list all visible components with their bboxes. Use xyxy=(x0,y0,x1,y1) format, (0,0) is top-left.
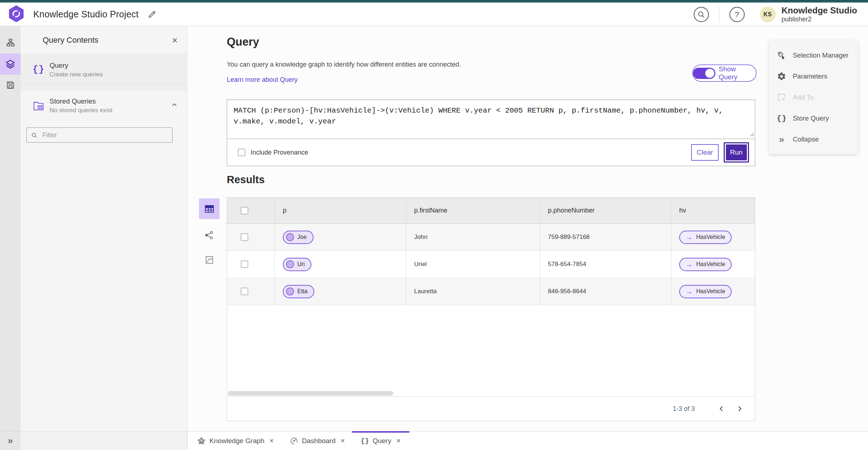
column-header-phonenumber[interactable]: p.phoneNumber xyxy=(548,207,595,214)
view-chart-button[interactable] xyxy=(199,249,220,270)
rail-expand-button[interactable]: » xyxy=(0,432,21,450)
filter-input[interactable] xyxy=(42,131,168,139)
menu-item-collapse[interactable]: » Collapse xyxy=(769,129,858,150)
arrow-right-icon: → xyxy=(686,234,693,241)
chevrons-right-icon: » xyxy=(8,437,13,445)
edge-pill[interactable]: → HasVehicle xyxy=(679,285,732,298)
panel-item-stored-queries[interactable]: Stored Queries No stored queries exist xyxy=(21,91,187,121)
header-actions: ? KS Knowledge Studio publisher2 xyxy=(694,6,857,23)
dashboard-gauge-icon xyxy=(290,437,298,445)
chart-icon xyxy=(205,255,214,265)
node-pill[interactable]: Etta xyxy=(283,285,314,298)
menu-item-store-query[interactable]: { } Store Query xyxy=(769,108,858,129)
arrow-right-icon: → xyxy=(686,288,693,295)
view-table-button[interactable] xyxy=(199,198,220,219)
page-title: Query xyxy=(227,35,259,49)
query-text: MATCH (p:Person)-[hv:HasVehicle]->(v:Veh… xyxy=(234,105,741,127)
view-tabs: Knowledge Graph × Dashboard × { } Query … xyxy=(189,432,409,450)
run-button[interactable]: Run xyxy=(724,142,749,163)
resize-handle[interactable] xyxy=(749,131,754,138)
include-provenance-label: Include Provenance xyxy=(251,149,308,156)
search-icon xyxy=(697,10,705,18)
view-graph-button[interactable] xyxy=(199,225,220,245)
layers-icon xyxy=(5,59,16,70)
column-header-hv[interactable]: hv xyxy=(679,207,686,214)
edge-pill[interactable]: → HasVehicle xyxy=(679,258,732,271)
previous-page-button[interactable] xyxy=(716,403,727,415)
knowledge-graph-icon xyxy=(197,437,206,445)
edge-pill[interactable]: → HasVehicle xyxy=(679,231,732,244)
node-pill[interactable]: Joe xyxy=(283,231,314,244)
user-avatar[interactable]: KS xyxy=(760,7,776,22)
horizontal-scrollbar[interactable] xyxy=(228,391,393,396)
chevron-up-icon xyxy=(170,101,178,109)
query-editor-footer: Include Provenance Clear Run xyxy=(227,139,755,166)
app-logo xyxy=(9,5,24,24)
rail-item-data-model[interactable] xyxy=(0,33,21,54)
column-header-p[interactable]: p xyxy=(283,207,286,214)
menu-item-add-to: Add To xyxy=(769,87,858,108)
table-row: Joe John 759-889-57168 → HasVehicle xyxy=(227,224,755,251)
table-pagination: 1-3 of 3 xyxy=(227,396,755,421)
results-table: p p.firstName p.phoneNumber hv Joe John … xyxy=(227,197,755,421)
help-button[interactable]: ? xyxy=(729,7,745,22)
toggle-switch xyxy=(693,68,715,79)
row-checkbox[interactable] xyxy=(241,234,248,241)
learn-more-link[interactable]: Learn more about Query xyxy=(227,76,298,84)
close-tab-icon[interactable]: × xyxy=(269,437,274,445)
braces-icon: { } xyxy=(777,114,787,123)
row-checkbox[interactable] xyxy=(241,288,248,295)
stored-queries-folder-icon xyxy=(33,101,44,111)
main-content: Query You can query a knowledge graph to… xyxy=(187,26,868,431)
cell-firstname: John xyxy=(414,234,427,241)
clear-button[interactable]: Clear xyxy=(691,144,719,161)
row-checkbox[interactable] xyxy=(241,261,248,268)
toggle-knob xyxy=(705,69,714,78)
menu-item-selection-manager[interactable]: Selection Manager xyxy=(769,45,858,66)
pagination-label: 1-3 of 3 xyxy=(673,405,695,413)
tab-knowledge-graph[interactable]: Knowledge Graph × xyxy=(189,432,282,450)
node-icon xyxy=(286,287,294,295)
show-query-label: Show Query xyxy=(719,65,756,81)
show-query-toggle[interactable]: Show Query xyxy=(692,64,757,82)
menu-item-parameters[interactable]: Parameters xyxy=(769,66,858,87)
hierarchy-icon xyxy=(6,38,15,48)
braces-icon: { } xyxy=(361,437,369,445)
chevrons-right-icon: » xyxy=(779,136,784,143)
project-title: Knowledge Studio Project xyxy=(33,9,139,20)
edit-title-button[interactable] xyxy=(147,9,157,19)
close-tab-icon[interactable]: × xyxy=(341,437,345,445)
rail-item-saved[interactable] xyxy=(0,75,21,96)
close-tab-icon[interactable]: × xyxy=(396,437,401,445)
query-item-subtitle: Create new queries xyxy=(50,71,103,78)
chevron-right-icon xyxy=(736,405,743,412)
cell-phonenumber: 759-889-57168 xyxy=(548,234,590,241)
arrow-right-icon: → xyxy=(686,261,693,268)
select-all-checkbox[interactable] xyxy=(241,207,248,214)
close-icon[interactable]: × xyxy=(172,35,178,45)
query-contents-panel: Query Contents × { } Query Create new qu… xyxy=(21,26,187,431)
tab-query[interactable]: { } Query × xyxy=(353,432,408,450)
tab-dashboard[interactable]: Dashboard × xyxy=(282,432,353,450)
selection-manager-icon xyxy=(777,51,786,60)
column-header-firstname[interactable]: p.firstName xyxy=(414,207,447,214)
query-actions-menu: Selection Manager Parameters Add To xyxy=(769,41,858,154)
query-description: You can query a knowledge graph to ident… xyxy=(227,61,461,68)
panel-title: Query Contents xyxy=(43,35,172,45)
query-textarea[interactable]: MATCH (p:Person)-[hv:HasVehicle]->(v:Veh… xyxy=(227,100,755,139)
stored-queries-title: Stored Queries xyxy=(50,97,112,105)
gear-icon xyxy=(777,72,786,81)
graph-share-icon xyxy=(204,230,214,240)
product-name: Knowledge Studio xyxy=(782,6,857,16)
table-icon xyxy=(204,203,215,214)
rail-item-query-contents[interactable] xyxy=(0,54,21,75)
panel-item-query[interactable]: { } Query Create new queries xyxy=(21,55,187,85)
node-pill[interactable]: Uri xyxy=(283,258,311,271)
user-name: publisher2 xyxy=(782,16,857,23)
tab-bar-panel-stub xyxy=(21,432,188,450)
stored-queries-filter[interactable] xyxy=(26,127,173,143)
include-provenance-checkbox[interactable] xyxy=(238,149,245,156)
next-page-button[interactable] xyxy=(734,403,745,415)
collapse-section-button[interactable] xyxy=(170,101,178,110)
search-button[interactable] xyxy=(694,7,709,22)
